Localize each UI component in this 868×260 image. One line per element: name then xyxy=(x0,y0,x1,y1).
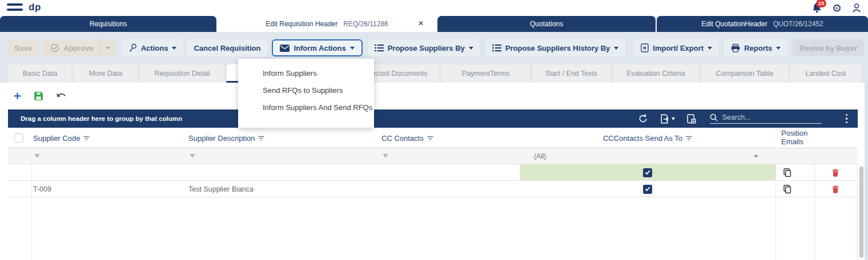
hamburger-bar xyxy=(7,9,23,11)
actions-button[interactable]: Actions xyxy=(122,39,184,56)
tab-payment-terms[interactable]: PaymentTerms xyxy=(441,64,531,83)
tab-document-code: QUOT/26/12452 xyxy=(773,20,823,28)
tab-comparison-table[interactable]: Comparison Table xyxy=(701,64,789,83)
tab-label: Requisition Detail xyxy=(154,70,210,78)
settings-gear-icon[interactable]: ⚙ xyxy=(832,3,842,14)
search-icon xyxy=(710,113,718,121)
main-tab-strip: Requisitions Edit Requisition Header REQ… xyxy=(0,16,868,32)
column-header-cc-contacts[interactable]: CC Contacts xyxy=(381,128,433,148)
refresh-button[interactable] xyxy=(638,113,648,124)
grid-more-menu-icon[interactable] xyxy=(843,113,850,125)
column-chooser-icon xyxy=(686,114,696,124)
tab-label: Start / End Texts xyxy=(545,70,597,78)
chevron-down-icon xyxy=(469,47,473,50)
vertical-scrollbar[interactable] xyxy=(859,164,864,260)
select-all-checkbox[interactable] xyxy=(14,133,23,143)
logo-text: dp xyxy=(29,2,41,13)
column-header-supplier-code[interactable]: Supplier Code xyxy=(33,128,90,148)
column-title: CC Contacts xyxy=(381,134,424,143)
scrollbar-thumb[interactable] xyxy=(859,166,863,258)
tab-label: Basic Data xyxy=(23,70,57,78)
approve-button[interactable]: Approve xyxy=(43,39,101,56)
excel-file-icon xyxy=(641,43,649,52)
cc-send-checkbox[interactable] xyxy=(643,181,652,197)
grid-filter-row: (All) xyxy=(8,148,858,164)
tab-label: Quotations xyxy=(530,20,563,28)
save-button[interactable]: Save xyxy=(8,39,38,56)
column-header-cccontacts-send-as-to[interactable]: CCContacts Send As To xyxy=(520,128,775,148)
column-title: CCContacts Send As To xyxy=(603,134,682,143)
tab-edit-requisition-header[interactable]: Edit Requisition Header REQ/26/11286 ✕ xyxy=(218,16,436,32)
suppliers-grid: Drag a column header here to group by th… xyxy=(8,109,858,260)
search-input[interactable] xyxy=(722,113,808,121)
tab-label: More Data xyxy=(89,70,122,78)
menu-item-inform-suppliers-and-send-rfqs[interactable]: Inform Suppliers And Send RFQs xyxy=(238,99,374,116)
cc-send-filter-select[interactable]: (All) xyxy=(520,148,775,164)
save-grid-button[interactable] xyxy=(34,91,43,101)
supplier-code-cell: T-009 xyxy=(33,181,51,197)
table-row[interactable]: T-009 Test Supplier Bianca xyxy=(8,181,858,197)
tab-requisition-detail[interactable]: Requisition Detail xyxy=(139,64,225,83)
copy-icon xyxy=(782,184,792,194)
top-right-icons: 23 ⚙ xyxy=(811,0,862,16)
delete-row-button[interactable] xyxy=(832,164,839,181)
inform-actions-button[interactable]: Inform Actions xyxy=(272,39,362,56)
copy-row-button[interactable] xyxy=(782,181,792,197)
column-chooser-button[interactable] xyxy=(686,114,696,124)
app-root: dp 23 ⚙ Requisitions Edit Requisition He… xyxy=(0,0,868,260)
approve-dropdown-toggle[interactable] xyxy=(101,39,115,56)
import-export-button[interactable]: Import/ Export xyxy=(634,39,719,56)
undo-button[interactable] xyxy=(56,92,67,100)
export-button[interactable] xyxy=(660,114,675,124)
tab-edit-quotation-header[interactable]: Edit QuotationHeader QUOT/26/12452 xyxy=(657,16,868,32)
delete-row-button[interactable] xyxy=(832,181,839,197)
hamburger-bar xyxy=(7,3,23,6)
tab-evaluation-criteria[interactable]: Evaluation Criteria xyxy=(612,64,700,83)
propose-suppliers-history-by-label: Propose Suppliers History By xyxy=(505,44,610,52)
tab-label: Requisitions xyxy=(90,20,127,28)
tab-requisitions[interactable]: Requisitions xyxy=(0,16,216,32)
actions-icon xyxy=(128,43,137,52)
propose-suppliers-history-by-button[interactable]: Propose Suppliers History By xyxy=(485,39,626,56)
close-tab-icon[interactable]: ✕ xyxy=(418,20,424,27)
list-icon xyxy=(375,44,384,52)
table-row[interactable] xyxy=(8,164,858,181)
hamburger-menu-icon[interactable] xyxy=(7,3,23,14)
menu-item-send-rfqs-to-suppliers[interactable]: Send RFQs to Suppliers xyxy=(238,82,374,99)
menu-item-inform-suppliers[interactable]: Inform Suppliers xyxy=(238,64,374,82)
app-logo: dp xyxy=(29,2,41,13)
cancel-requisition-button[interactable]: Cancel Requisition xyxy=(187,39,267,56)
user-profile-icon[interactable] xyxy=(851,2,862,14)
column-header-supplier-description[interactable]: Supplier Description xyxy=(188,128,264,148)
add-row-button[interactable]: + xyxy=(14,90,21,103)
tab-label: Landed Cost xyxy=(806,70,846,78)
tab-basic-data[interactable]: Basic Data xyxy=(8,64,72,83)
notification-badge: 23 xyxy=(816,0,826,7)
detail-tab-strip: Basic Data More Data Requisition Detail … xyxy=(0,64,868,83)
filter-funnel-icon[interactable] xyxy=(190,154,195,158)
checkbox-box xyxy=(14,133,23,143)
tab-start-end-texts[interactable]: Start / End Texts xyxy=(532,64,611,83)
header-filter-icon[interactable] xyxy=(686,136,692,141)
approve-label: Approve xyxy=(63,44,94,52)
filter-funnel-icon[interactable] xyxy=(383,154,388,158)
propose-suppliers-by-button[interactable]: Propose Suppliers By xyxy=(368,39,480,56)
cc-send-checkbox[interactable] xyxy=(643,164,652,181)
group-panel[interactable]: Drag a column header here to group by th… xyxy=(8,109,858,128)
header-filter-icon[interactable] xyxy=(83,136,90,141)
grid-search[interactable] xyxy=(710,113,822,124)
copy-row-button[interactable] xyxy=(782,164,792,181)
revise-by-buyer-button[interactable]: Revise by Buyer xyxy=(793,39,864,56)
tab-landed-cost[interactable]: Landed Cost xyxy=(790,64,862,83)
tab-more-data[interactable]: More Data xyxy=(73,64,138,83)
grid-action-icons: + xyxy=(0,83,868,109)
tab-quotations[interactable]: Quotations xyxy=(437,16,656,32)
filter-funnel-icon[interactable] xyxy=(34,154,40,158)
header-filter-icon[interactable] xyxy=(427,136,433,141)
notifications-bell-icon[interactable]: 23 xyxy=(811,2,823,14)
column-header-position-emails[interactable]: Position Emails xyxy=(781,128,812,148)
header-filter-icon[interactable] xyxy=(258,136,264,141)
grid-toolbar-icons xyxy=(638,113,850,125)
tab-label: Edit QuotationHeader xyxy=(701,20,767,28)
reports-button[interactable]: Reports xyxy=(724,39,787,56)
